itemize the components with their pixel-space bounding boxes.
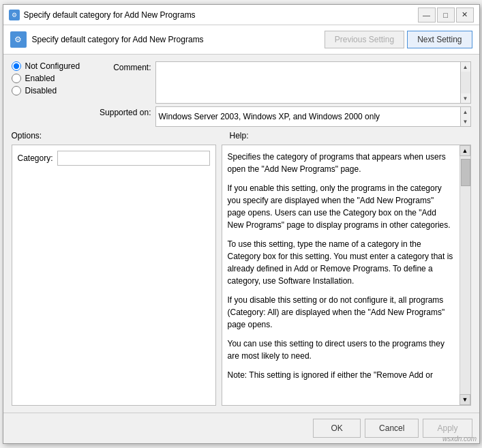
top-section: Not Configured Enabled Disabled Comm [12,61,471,127]
options-section-label: Options: [12,131,216,140]
footer-bar: OK Cancel Apply [3,413,479,443]
supported-row: Supported on: Windows Server 2003, Windo… [93,106,471,127]
category-input[interactable] [57,151,210,166]
help-para-6: Note: This setting is ignored if either … [228,369,454,381]
radio-enabled-label: Enabled [25,74,55,83]
help-scrollbar: ▲ ▼ [460,145,470,405]
section-labels-row: Options: Help: [12,131,471,140]
radio-section: Not Configured Enabled Disabled [12,61,93,95]
window-title: Specify default category for Add New Pro… [24,10,418,20]
options-panel: Category: [12,145,216,406]
header-icon: ⚙ [10,31,27,48]
category-label: Category: [18,153,53,163]
comment-row: Comment: ▲ ▼ [93,61,471,104]
header-left: ⚙ Specify default category for Add New P… [10,31,204,48]
title-bar-controls: — □ ✕ [418,8,474,23]
category-row: Category: [18,151,210,166]
help-scroll-down[interactable]: ▼ [460,394,470,405]
window-icon: ⚙ [9,10,20,20]
help-panel: Specifies the category of programs that … [222,145,471,406]
content-area: Not Configured Enabled Disabled Comm [3,55,479,413]
panels-row: Category: Specifies the category of prog… [12,145,471,406]
comment-textarea-wrap: ▲ ▼ [155,61,471,104]
supported-scroll-down[interactable]: ▼ [461,117,470,126]
radio-not-configured-label: Not Configured [25,61,80,71]
comment-textarea[interactable] [155,61,460,104]
header-title: Specify default category for Add New Pro… [32,35,204,44]
minimize-button[interactable]: — [418,8,436,23]
radio-disabled-label: Disabled [25,86,57,95]
main-window: ⚙ Specify default category for Add New P… [3,4,480,444]
ok-button[interactable]: OK [313,419,361,438]
help-para-2: If you enable this setting, only the pro… [228,182,454,231]
radio-disabled[interactable]: Disabled [12,86,93,95]
radio-enabled-input[interactable] [12,74,21,83]
previous-setting-button[interactable]: Previous Setting [325,31,404,48]
help-section-label: Help: [230,131,249,140]
title-bar: ⚙ Specify default category for Add New P… [3,5,479,25]
radio-disabled-input[interactable] [12,86,21,95]
comment-label: Comment: [93,61,151,72]
supported-scroll-up[interactable]: ▲ [461,107,470,117]
help-para-3: To use this setting, type the name of a … [228,238,454,287]
help-scroll-track [460,156,470,394]
comment-scrollbar: ▲ ▼ [460,61,471,104]
close-button[interactable]: ✕ [456,8,474,23]
header-buttons: Previous Setting Next Setting [325,31,472,48]
supported-value: Windows Server 2003, Windows XP, and Win… [155,106,460,127]
radio-enabled[interactable]: Enabled [12,74,93,83]
help-para-4: If you disable this setting or do not co… [228,294,454,331]
supported-label: Supported on: [93,106,151,117]
supported-scrollbar: ▲ ▼ [460,106,471,127]
header-bar: ⚙ Specify default category for Add New P… [3,25,479,55]
watermark: wsxdn.com [442,435,477,443]
cancel-button[interactable]: Cancel [365,419,419,438]
help-scroll-thumb[interactable] [461,159,470,186]
comment-scroll-down[interactable]: ▼ [461,93,470,103]
radio-column: Not Configured Enabled Disabled [12,61,93,127]
help-scroll-up[interactable]: ▲ [460,145,470,156]
fields-column: Comment: ▲ ▼ Supported on: Windows [93,61,471,127]
next-setting-button[interactable]: Next Setting [407,31,472,48]
help-para-1: Specifies the category of programs that … [228,151,454,175]
radio-not-configured-input[interactable] [12,61,21,71]
help-para-5: You can use this setting to direct users… [228,338,454,362]
comment-scroll-track [461,72,470,93]
help-content: Specifies the category of programs that … [222,145,460,405]
maximize-button[interactable]: □ [437,8,455,23]
radio-not-configured[interactable]: Not Configured [12,61,93,71]
supported-field-wrap: Windows Server 2003, Windows XP, and Win… [155,106,471,127]
comment-scroll-up[interactable]: ▲ [461,62,470,72]
